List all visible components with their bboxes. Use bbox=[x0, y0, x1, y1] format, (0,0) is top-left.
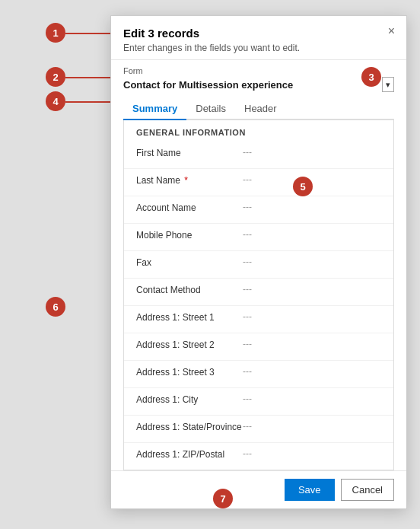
arrow-4 bbox=[65, 101, 113, 103]
field-label: Address 1: Street 1 bbox=[136, 311, 243, 323]
field-label: Address 1: ZIP/Postal bbox=[136, 448, 243, 460]
field-value[interactable]: --- bbox=[243, 229, 381, 240]
annotation-4: 4 bbox=[46, 91, 65, 111]
arrow-2 bbox=[65, 77, 113, 78]
field-value[interactable]: --- bbox=[243, 257, 381, 267]
field-value[interactable]: --- bbox=[243, 147, 381, 158]
table-row: Last Name *--- bbox=[124, 169, 393, 196]
dialog-container: Edit 3 records Enter changes in the fiel… bbox=[110, 15, 407, 509]
form-row: Contact for Multisession experience ▾ bbox=[123, 77, 394, 92]
form-section: Form Contact for Multisession experience… bbox=[111, 60, 406, 92]
annotation-6: 6 bbox=[46, 297, 65, 317]
table-row: Address 1: Street 1--- bbox=[124, 306, 393, 333]
field-value[interactable]: --- bbox=[243, 202, 381, 212]
arrow-1 bbox=[65, 33, 113, 34]
save-button[interactable]: Save bbox=[285, 479, 335, 501]
edit-dialog: Edit 3 records Enter changes in the fiel… bbox=[110, 15, 407, 509]
field-value[interactable]: --- bbox=[243, 174, 381, 185]
field-label: Address 1: Street 3 bbox=[136, 366, 243, 378]
field-label: Mobile Phone bbox=[136, 229, 243, 241]
annotation-1: 1 bbox=[46, 23, 65, 43]
tab-details[interactable]: Details bbox=[186, 98, 235, 120]
form-dropdown-button[interactable]: ▾ bbox=[382, 77, 394, 92]
tab-header[interactable]: Header bbox=[235, 98, 286, 120]
field-label: Address 1: City bbox=[136, 394, 243, 405]
tab-bar: Summary Details Header bbox=[123, 98, 394, 120]
field-label: Account Name bbox=[136, 202, 243, 213]
field-label: Contact Method bbox=[136, 284, 243, 295]
dialog-title: Edit 3 records bbox=[123, 27, 394, 40]
field-value[interactable]: --- bbox=[243, 366, 381, 377]
tab-summary[interactable]: Summary bbox=[123, 98, 186, 120]
field-value[interactable]: --- bbox=[243, 421, 381, 432]
content-area: GENERAL INFORMATION First Name---Last Na… bbox=[123, 120, 394, 470]
table-row: Fax--- bbox=[124, 251, 393, 279]
form-label: Form bbox=[123, 66, 394, 75]
page-wrapper: 1 2 3 4 5 6 7 Edit 3 records Enter chang… bbox=[0, 0, 420, 529]
field-label: Address 1: State/Province bbox=[136, 421, 243, 432]
table-row: First Name--- bbox=[124, 142, 393, 169]
table-row: Address 1: Street 3--- bbox=[124, 361, 393, 388]
section-heading: GENERAL INFORMATION bbox=[124, 120, 393, 142]
table-row: Mobile Phone--- bbox=[124, 224, 393, 251]
table-row: Address 1: Street 2--- bbox=[124, 333, 393, 361]
field-value[interactable]: --- bbox=[243, 448, 381, 459]
table-row: Account Name--- bbox=[124, 196, 393, 224]
table-row: Address 1: ZIP/Postal--- bbox=[124, 443, 393, 470]
field-label: Last Name * bbox=[136, 174, 243, 186]
dialog-header: Edit 3 records Enter changes in the fiel… bbox=[111, 16, 406, 60]
form-name: Contact for Multisession experience bbox=[123, 79, 377, 91]
field-value[interactable]: --- bbox=[243, 311, 381, 322]
field-value[interactable]: --- bbox=[243, 394, 381, 404]
field-label: First Name bbox=[136, 147, 243, 158]
field-label: Address 1: Street 2 bbox=[136, 339, 243, 350]
close-button[interactable]: × bbox=[384, 24, 399, 39]
field-value[interactable]: --- bbox=[243, 339, 381, 349]
field-label: Fax bbox=[136, 257, 243, 268]
dialog-footer: Save Cancel bbox=[111, 470, 406, 508]
table-row: Contact Method--- bbox=[124, 279, 393, 306]
table-row: Address 1: City--- bbox=[124, 388, 393, 416]
table-row: Address 1: State/Province--- bbox=[124, 416, 393, 443]
fields-container: First Name---Last Name *---Account Name-… bbox=[124, 142, 393, 470]
annotation-2: 2 bbox=[46, 67, 65, 87]
dialog-subtitle: Enter changes in the fields you want to … bbox=[123, 43, 394, 53]
cancel-button[interactable]: Cancel bbox=[341, 479, 394, 501]
required-indicator: * bbox=[182, 175, 188, 186]
field-value[interactable]: --- bbox=[243, 284, 381, 295]
